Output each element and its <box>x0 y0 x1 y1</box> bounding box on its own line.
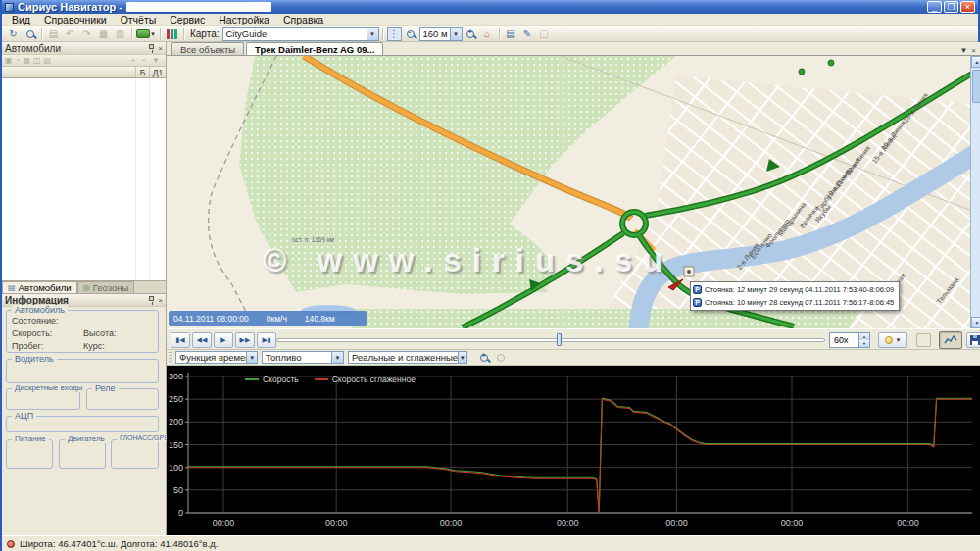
chart-zoom-in-icon[interactable]: + <box>476 351 491 365</box>
refresh-list-icon[interactable]: ▤ <box>44 56 52 65</box>
redo-icon[interactable]: ↷ <box>79 27 94 41</box>
track-icon[interactable]: ◫ <box>33 56 41 65</box>
maximize-button[interactable]: ❐ <box>944 1 958 13</box>
chart-mode-select[interactable]: Функция времени ▼ <box>175 351 258 364</box>
chart-values-select[interactable]: Реальные и сглаженные значен ▼ <box>348 351 467 364</box>
chevron-down-icon[interactable]: ▼ <box>450 28 462 40</box>
svg-text:00:00: 00:00 <box>665 518 688 527</box>
menu-settings[interactable]: Настройка <box>213 14 275 25</box>
tab-vehicles[interactable]: ▤ Автомобили <box>2 281 77 293</box>
home-icon[interactable]: ⌂ <box>480 27 495 41</box>
vehicle-icon[interactable]: ▼ <box>136 27 156 41</box>
svg-text:00:00: 00:00 <box>781 518 804 527</box>
fast-forward-button[interactable]: ▶▶ <box>235 332 255 348</box>
remove-icon[interactable]: − <box>141 56 146 65</box>
redacted-title-text <box>126 2 271 12</box>
scroll-up-icon[interactable]: ▲ <box>971 56 980 68</box>
columns-icon[interactable]: ▥ <box>113 27 127 41</box>
filter-icon[interactable]: ▦ <box>23 56 30 65</box>
chevron-down-icon[interactable]: ▼ <box>246 352 257 363</box>
save-button[interactable] <box>966 332 980 348</box>
chart-toggle-button[interactable] <box>939 331 962 349</box>
playback-bar: ▮◀ ◀◀ ▶ ▶▶ ▶▮ 60x ▲▼ ▼ <box>167 328 980 350</box>
overlay-speed: 0км/ч <box>267 314 287 324</box>
scroll-down-icon[interactable]: ▼ <box>971 317 980 328</box>
coordinates-text: Широта: 46.47401°с.ш. Долгота: 41.48016°… <box>20 538 218 549</box>
column-d1[interactable]: Д1 <box>150 67 166 77</box>
left-bottom-tabs: ▤ Автомобили ◎ Геозоны <box>2 281 166 294</box>
zoom-in-map-icon[interactable]: + <box>464 27 478 41</box>
pin-icon[interactable] <box>149 296 154 301</box>
chart-sensor-select[interactable]: Топливо ▼ <box>262 351 344 364</box>
pin-icon[interactable] <box>149 44 154 49</box>
undo-icon[interactable]: ↶ <box>63 27 77 41</box>
export-icon[interactable]: ▤ <box>46 27 61 41</box>
tab-track[interactable]: Трек Daimler-Benz AG 09... <box>246 42 383 55</box>
chevron-down-icon[interactable]: ▼ <box>152 56 160 65</box>
scrollbar-thumb[interactable] <box>972 70 980 103</box>
menu-help[interactable]: Справка <box>277 14 329 25</box>
field-course: Курс: <box>83 341 105 351</box>
menu-reports[interactable]: Отчёты <box>115 14 163 25</box>
spin-up-icon[interactable]: ▲ <box>858 333 869 340</box>
traffic-light-icon[interactable]: ⋮ <box>387 27 402 41</box>
map-select-label: Карта: <box>190 28 220 39</box>
chevron-down-icon[interactable]: ▼ <box>331 352 343 363</box>
zoom-out-map-icon[interactable]: - <box>404 27 418 41</box>
tab-geozones[interactable]: ◎ Геозоны <box>77 281 135 293</box>
parking-icon: P <box>693 298 702 307</box>
skip-end-button[interactable]: ▶▮ <box>257 332 276 348</box>
refresh-icon[interactable]: ↻ <box>6 27 21 41</box>
field-mileage: Пробег: <box>12 341 43 351</box>
chevron-down-icon[interactable]: ▼ <box>458 352 466 363</box>
drag-grip[interactable] <box>169 352 172 364</box>
edit-icon[interactable]: ✎ <box>520 27 535 41</box>
legend-item: Скорость сглаженное <box>315 375 416 384</box>
group-icon[interactable]: ▣ <box>5 56 13 65</box>
skip-start-button[interactable]: ▮◀ <box>171 332 190 348</box>
timeline-slider[interactable] <box>276 338 825 342</box>
svg-text:00:00: 00:00 <box>325 518 348 527</box>
chevron-down-icon: ▼ <box>896 337 902 343</box>
search-icon[interactable] <box>23 27 37 41</box>
grid-icon[interactable]: ▦ <box>96 27 111 41</box>
menu-service[interactable]: Сервис <box>164 14 211 25</box>
tab-all-objects[interactable]: Все объекты <box>172 42 244 55</box>
search-vehicle-icon[interactable]: ◔ <box>16 56 21 65</box>
lamp-button[interactable]: ▼ <box>878 332 907 348</box>
chevron-down-icon[interactable]: ▼ <box>959 46 967 55</box>
vehicles-list[interactable] <box>2 78 166 281</box>
close-tab-icon[interactable]: × <box>971 46 976 55</box>
chart-controls: Функция времени ▼ Топливо ▼ Реальные и с… <box>167 350 980 366</box>
map-select[interactable]: CityGuide ▼ <box>222 27 379 41</box>
rewind-button[interactable]: ◀◀ <box>192 332 212 348</box>
option-button[interactable] <box>916 333 931 347</box>
list-icon[interactable]: ▤ <box>504 27 518 41</box>
scale-select[interactable]: 160 м ▼ <box>419 27 463 41</box>
tooltip-row: P Стоянка: 10 минут 28 секунд 07.11.2011… <box>693 296 897 309</box>
chevron-down-icon[interactable]: ▼ <box>367 28 378 40</box>
spin-down-icon[interactable]: ▼ <box>858 340 869 347</box>
menu-directories[interactable]: Справочники <box>38 14 113 25</box>
map-scrollbar[interactable]: ▲ ▼ <box>970 56 980 328</box>
info-panel-title: Информация <box>5 295 69 306</box>
chart-icon[interactable] <box>165 27 179 41</box>
chart-legend: СкоростьСкорость сглаженное <box>245 375 416 384</box>
timeline-slider-thumb[interactable] <box>557 333 562 346</box>
close-icon[interactable]: × <box>158 44 163 53</box>
close-button[interactable]: × <box>960 1 975 13</box>
play-button[interactable]: ▶ <box>214 332 233 348</box>
column-name[interactable] <box>2 67 136 77</box>
column-b[interactable]: Б <box>136 67 150 77</box>
app-icon <box>5 3 14 12</box>
add-icon[interactable]: + <box>131 56 136 65</box>
menu-view[interactable]: Вид <box>6 14 36 25</box>
svg-text:50: 50 <box>173 485 183 495</box>
title-bar: Сириус Навигатор - _ ❐ × <box>2 0 978 14</box>
map-view[interactable]: 18-я Линия16-я Линия15-я Линия12-я Линия… <box>167 56 980 328</box>
chart-zoom-out-icon[interactable] <box>493 351 508 365</box>
discrete-inputs-group: Дискретные входы <box>6 388 80 410</box>
close-icon[interactable]: × <box>158 296 163 305</box>
minimize-button[interactable]: _ <box>927 1 942 13</box>
speed-spinner[interactable]: 60x ▲▼ <box>829 332 870 348</box>
